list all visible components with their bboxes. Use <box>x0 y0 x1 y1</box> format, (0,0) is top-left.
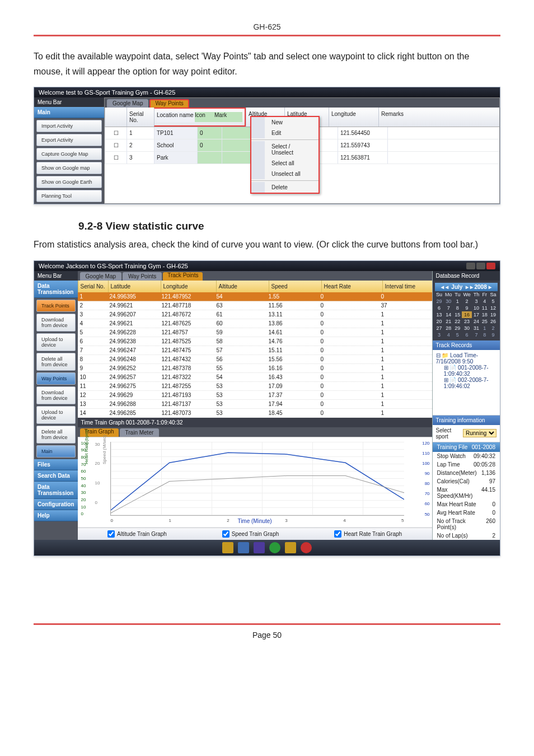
sidebar-item[interactable]: Delete all from device <box>36 353 76 371</box>
cal-next-icon[interactable]: ▸ ▸ <box>466 284 473 290</box>
calendar-day[interactable]: 31 <box>472 325 480 332</box>
calendar-day[interactable]: 25 <box>481 318 489 325</box>
maximize-icon[interactable] <box>476 263 485 269</box>
context-menu-item[interactable]: Delete <box>251 182 318 193</box>
tree-root[interactable]: Load Time-7/16/2008 9:50 <box>436 352 479 365</box>
table-row[interactable]: 1424.996285121.4870735318.4501 <box>78 409 432 418</box>
table-row[interactable]: 624.996238121.4875255814.7601 <box>78 337 432 346</box>
table-row[interactable]: 524.996228121.487575914.6101 <box>78 328 432 337</box>
table-row[interactable]: 924.996252121.4873785516.1601 <box>78 364 432 373</box>
calendar-day[interactable]: 29 <box>435 298 444 305</box>
sidebar-item[interactable]: Search Data <box>34 470 78 482</box>
calendar-day[interactable]: 27 <box>435 325 444 332</box>
calendar-day[interactable]: 14 <box>443 311 453 318</box>
calendar-day[interactable]: 3 <box>472 298 480 305</box>
sidebar-item[interactable]: Files <box>34 459 78 470</box>
sidebar-item[interactable]: Delete all from device <box>36 426 76 444</box>
context-menu-item[interactable]: Select / Unselect <box>251 141 318 158</box>
tab-way-points[interactable]: Way Points <box>123 272 162 281</box>
calendar-day[interactable]: 23 <box>462 318 472 325</box>
tab-track-points[interactable]: Track Points <box>163 272 203 281</box>
calendar[interactable]: ◂ ◂ July ▸ ▸ 2008 ▸ SuMoTuWeThFrSa293012… <box>433 281 500 340</box>
calendar-day[interactable]: 3 <box>435 332 444 338</box>
toolbar-icon[interactable] <box>222 542 233 553</box>
table-row[interactable]: 124.996395121.487952541.5500 <box>78 292 432 301</box>
track-tree[interactable]: ⊟ 📁 Load Time-7/16/2008 9:50 ⊞ 📄 001-200… <box>433 350 500 415</box>
context-menu-item[interactable]: Select all <box>251 158 318 169</box>
calendar-day[interactable]: 1 <box>481 325 489 332</box>
context-menu-item[interactable]: New <box>251 117 318 128</box>
sidebar-item[interactable]: Download from device <box>36 314 76 332</box>
calendar-day[interactable]: 30 <box>462 325 472 332</box>
tab-way-points[interactable]: Way Points <box>149 99 189 108</box>
table-row[interactable]: 424.99621121.4876256013.8601 <box>78 319 432 328</box>
calendar-day[interactable]: 21 <box>443 318 453 325</box>
calendar-day[interactable]: 24 <box>472 318 480 325</box>
table-row[interactable]: 1024.996257121.4873225416.4301 <box>78 373 432 382</box>
calendar-day[interactable]: 6 <box>435 305 444 311</box>
toolbar-icon[interactable] <box>269 542 280 553</box>
calendar-day[interactable]: 8 <box>453 305 462 311</box>
calendar-day[interactable]: 20 <box>435 318 444 325</box>
sidebar-item[interactable]: Upload to device <box>36 333 76 351</box>
tree-node[interactable]: 001-2008-7-1:09:40:32 <box>444 365 489 377</box>
toolbar-icon[interactable] <box>285 542 296 553</box>
calendar-day[interactable]: 9 <box>489 332 498 338</box>
table-row[interactable]: 224.99621121.4877186311.56037 <box>78 301 432 310</box>
calendar-day[interactable]: 16 <box>462 311 472 318</box>
calendar-day[interactable]: 7 <box>443 305 453 311</box>
calendar-day[interactable]: 11 <box>481 305 489 311</box>
sidebar-item[interactable]: Upload to device <box>36 406 76 424</box>
sidebar-item[interactable]: Show on Google map <box>36 162 102 174</box>
calendar-day[interactable]: 18 <box>481 311 489 318</box>
calendar-day[interactable]: 1 <box>453 298 462 305</box>
cal-next2-icon[interactable]: ▸ <box>489 284 491 290</box>
calendar-day[interactable]: 7 <box>472 332 480 338</box>
calendar-day[interactable]: 28 <box>443 325 453 332</box>
calendar-day[interactable]: 22 <box>453 318 462 325</box>
sidebar-item[interactable]: Import Activity <box>36 120 102 132</box>
calendar-day[interactable]: 4 <box>481 298 489 305</box>
sidebar-item[interactable]: Show on Google Earth <box>36 176 102 188</box>
calendar-day[interactable]: 4 <box>443 332 453 338</box>
calendar-day[interactable]: 12 <box>489 305 498 311</box>
toolbar-icon[interactable] <box>301 542 312 553</box>
calendar-day[interactable]: 30 <box>443 298 453 305</box>
calendar-day[interactable]: 5 <box>489 298 498 305</box>
calendar-day[interactable]: 2 <box>462 298 472 305</box>
tab-google-map[interactable]: Google Map <box>80 272 121 281</box>
table-row[interactable]: 1324.996288121.4871375317.9401 <box>78 400 432 409</box>
calendar-day[interactable]: 5 <box>453 332 462 338</box>
sidebar-item[interactable]: Main <box>36 445 76 458</box>
minimize-icon[interactable] <box>466 263 475 269</box>
graph-toggle[interactable]: Altitude Train Graph <box>107 530 167 538</box>
calendar-day[interactable]: 2 <box>489 325 498 332</box>
graph-toggle[interactable]: Heart Rate Train Graph <box>334 530 402 538</box>
toolbar-icon[interactable] <box>238 542 249 553</box>
cal-prev-icon[interactable]: ◂ ◂ <box>441 284 448 290</box>
table-row[interactable]: 1124.996275121.4872555317.0901 <box>78 382 432 391</box>
context-menu-item[interactable]: Unselect all <box>251 169 318 179</box>
sidebar-item[interactable]: Help <box>34 510 78 521</box>
sidebar-item[interactable]: Capture Google Map <box>36 148 102 160</box>
sidebar-item[interactable]: Configuration <box>34 499 78 510</box>
select-sport[interactable]: Running <box>463 429 496 437</box>
table-row[interactable]: 324.996207121.4876726113.1101 <box>78 310 432 319</box>
sidebar-item[interactable]: Way Points <box>36 372 76 385</box>
sidebar-item[interactable]: Data Transmission <box>34 482 78 499</box>
toolbar-icon[interactable] <box>254 542 265 553</box>
calendar-day[interactable]: 26 <box>489 318 498 325</box>
table-row[interactable]: 824.996248121.4874325615.5601 <box>78 355 432 364</box>
calendar-day[interactable]: 15 <box>453 311 462 318</box>
calendar-day[interactable]: 17 <box>472 311 480 318</box>
context-menu-item[interactable]: Edit <box>251 128 318 138</box>
close-icon[interactable] <box>486 263 495 269</box>
subtab-train-meter[interactable]: Train Meter <box>120 428 160 437</box>
calendar-day[interactable]: 19 <box>489 311 498 318</box>
calendar-day[interactable]: 29 <box>453 325 462 332</box>
table-row[interactable]: 1224.99629121.4871935317.3701 <box>78 391 432 400</box>
calendar-day[interactable]: 10 <box>472 305 480 311</box>
calendar-day[interactable]: 9 <box>462 305 472 311</box>
sidebar-item[interactable]: Planning Tool <box>36 190 102 202</box>
sidebar-item[interactable]: Download from device <box>36 386 76 404</box>
